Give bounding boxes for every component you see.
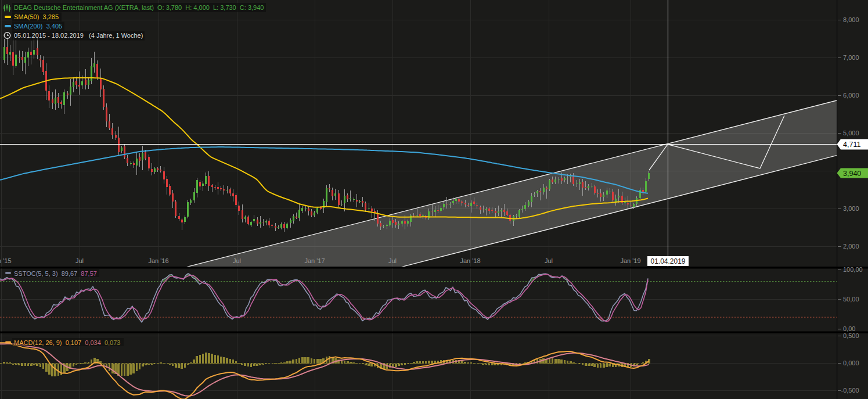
svg-text:Jan '17: Jan '17 xyxy=(304,257,325,264)
svg-text:SMA(50) 3,285: SMA(50) 3,285 xyxy=(14,13,59,20)
svg-text:Jul: Jul xyxy=(233,257,241,264)
svg-text:MACD(12, 26, 9) 0,107 0,034: MACD(12, 26, 9) 0,107 0,034 0,073 xyxy=(14,339,120,346)
svg-text:50,00: 50,00 xyxy=(843,296,859,303)
svg-text:0,000: 0,000 xyxy=(843,360,859,366)
svg-text:3,940: 3,940 xyxy=(843,170,861,178)
svg-text:Jan '19: Jan '19 xyxy=(620,257,640,264)
svg-text:-0,500: -0,500 xyxy=(841,387,859,394)
svg-text:8,000: 8,000 xyxy=(843,16,859,23)
svg-text:Jul: Jul xyxy=(545,257,553,264)
svg-text:0,00: 0,00 xyxy=(843,325,855,332)
svg-text:SSTOC(5, 5, 3) 89,67 87,57: SSTOC(5, 5, 3) 89,67 87,57 xyxy=(14,270,97,277)
svg-text:SMA(200) 3,405: SMA(200) 3,405 xyxy=(14,23,62,30)
svg-text:Jan '16: Jan '16 xyxy=(148,257,168,264)
svg-text:2,000: 2,000 xyxy=(843,243,859,250)
svg-text:7,000: 7,000 xyxy=(843,54,859,61)
svg-text:05.01.2015 - 18.02.2019 (4 J: 05.01.2015 - 18.02.2019 (4 Jahre, 1 Woch… xyxy=(14,32,143,39)
svg-text:0,500: 0,500 xyxy=(843,332,859,339)
svg-text:5,000: 5,000 xyxy=(843,130,859,136)
svg-text:Jul: Jul xyxy=(75,257,84,264)
svg-text:3,000: 3,000 xyxy=(843,205,859,212)
svg-text:DEAG Deutsche Entertainment AG: DEAG Deutsche Entertainment AG (XETRA, l… xyxy=(14,4,264,11)
svg-text:100,00: 100,00 xyxy=(843,266,863,273)
svg-text:Jan '15: Jan '15 xyxy=(0,257,12,264)
svg-text:4,711: 4,711 xyxy=(843,141,860,149)
svg-text:Jul: Jul xyxy=(388,257,397,264)
svg-text:Jan '18: Jan '18 xyxy=(460,257,480,264)
svg-text:01.04.2019: 01.04.2019 xyxy=(650,257,685,265)
svg-text:6,000: 6,000 xyxy=(843,92,859,99)
